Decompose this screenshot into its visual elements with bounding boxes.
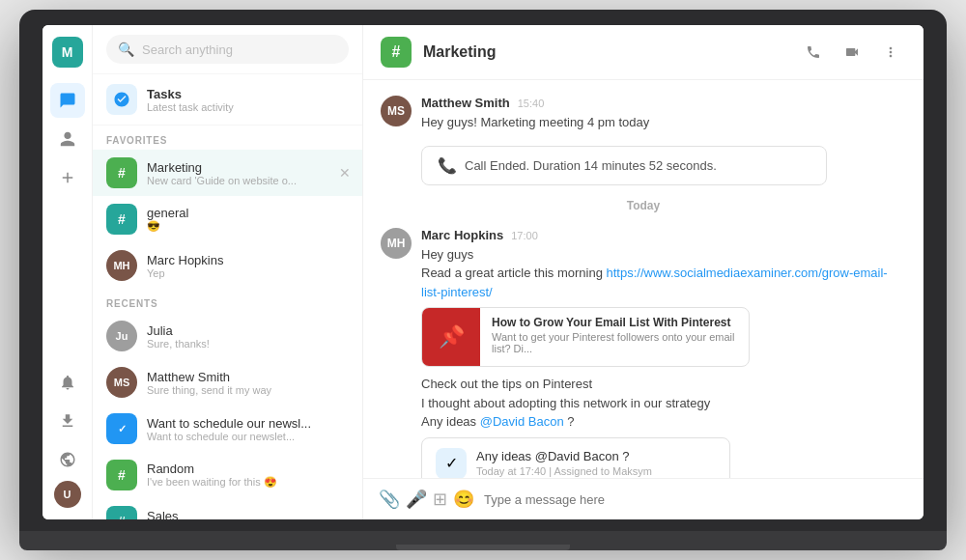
msg-text-marc-4: I thought about adopting this network in… [421, 394, 906, 413]
recent-newsletter[interactable]: ✓ Want to schedule our newsl... Want to … [93, 406, 362, 452]
call-button[interactable] [798, 37, 829, 68]
msg-text-marc-3: Check out the tips on Pinterest [421, 375, 906, 394]
sidebar-item-globe[interactable] [50, 442, 85, 477]
channel-avatar-marketing: # [106, 157, 137, 188]
recent-julia[interactable]: Ju Julia Sure, thanks! [93, 313, 362, 359]
favorite-sub: 😎 [147, 220, 188, 233]
link-preview-image: 📌 [422, 308, 480, 366]
close-marketing[interactable]: ✕ [339, 165, 351, 181]
sidebar-icons: M U [43, 25, 93, 519]
chat-input-area: 📎 🎤 ⊞ 😊 [363, 478, 923, 519]
channel-avatar-general: # [106, 204, 137, 235]
sidebar-item-add[interactable] [50, 160, 85, 195]
call-ended-text: Call Ended. Duration 14 minutes 52 secon… [465, 158, 717, 173]
msg-content-matthew: Matthew Smith 15:40 Hey guys! Marketing … [421, 96, 649, 132]
recent-sales[interactable]: # Sales emma [93, 498, 362, 519]
msg-text-marc-2: Read a great article this morning https:… [421, 264, 906, 301]
search-icon: 🔍 [118, 42, 134, 57]
task-icon-newsletter: ✓ [106, 413, 137, 444]
emoji-button[interactable]: 😊 [453, 489, 474, 510]
left-panel: 🔍 Search anything Tasks Latest task acti… [93, 25, 363, 519]
favorite-name: Marketing [147, 160, 297, 175]
chat-header: # Marketing [363, 25, 923, 80]
user-avatar[interactable]: M [52, 37, 83, 68]
mic-button[interactable]: 🎤 [406, 489, 427, 510]
sidebar-item-chat[interactable] [50, 83, 85, 118]
recent-sub: Want to schedule our newslet... [147, 431, 311, 442]
favorite-name: general [147, 206, 188, 220]
msg-header-marc: Marc Hopkins 17:00 [421, 228, 906, 242]
attach-button[interactable]: 📎 [379, 489, 400, 510]
recents-label: RECENTS [93, 289, 362, 313]
recent-random[interactable]: # Random I've been waiting for this 😍 [93, 452, 362, 498]
more-options-button[interactable] [875, 37, 906, 68]
tasks-text: Tasks Latest task activity [147, 87, 234, 113]
recent-sub: Sure, thanks! [147, 338, 210, 350]
favorite-marc-hopkins[interactable]: MH Marc Hopkins Yep [93, 242, 362, 289]
input-action-buttons: 📎 🎤 ⊞ 😊 [379, 489, 474, 510]
task-card-icon: ✓ [436, 448, 467, 479]
recent-name: Matthew Smith [147, 370, 271, 384]
mention-david[interactable]: @David Bacon [480, 414, 564, 429]
msg-text-marc-1: Hey guys [421, 245, 906, 265]
favorite-marketing[interactable]: # Marketing New card 'Guide on website o… [93, 150, 362, 196]
recent-sub: Sure thing, send it my way [147, 384, 271, 396]
favorites-label: FAVORITES [93, 126, 362, 150]
search-input-placeholder[interactable]: Search anything [142, 42, 233, 57]
chat-panel: # Marketing [363, 25, 923, 519]
tasks-row[interactable]: Tasks Latest task activity [93, 74, 362, 126]
article-link[interactable]: https://www.socialmediaexaminer.com/grow… [421, 266, 888, 299]
favorite-general-info: general 😎 [147, 206, 188, 233]
person-avatar-julia: Ju [106, 321, 137, 351]
channel-icon: # [381, 37, 412, 68]
channel-avatar-random: # [106, 460, 137, 490]
call-ended-notice: 📞 Call Ended. Duration 14 minutes 52 sec… [421, 146, 827, 185]
msg-text-marc-5: Any ideas @David Bacon ? [421, 412, 906, 432]
tasks-icon [106, 84, 137, 115]
channel-avatar-sales: # [106, 506, 137, 519]
favorite-marketing-info: Marketing New card 'Guide on website o..… [147, 160, 297, 186]
sidebar-item-notifications[interactable] [50, 365, 85, 400]
msg-content-marc: Marc Hopkins 17:00 Hey guys Read a great… [421, 228, 906, 479]
msg-sender: Matthew Smith [421, 96, 510, 110]
task-card-title: Any ideas @David Bacon ? [476, 449, 652, 463]
sidebar-item-download[interactable] [50, 404, 85, 438]
recent-matthew[interactable]: MS Matthew Smith Sure thing, send it my … [93, 359, 362, 406]
link-preview-content: How to Grow Your Email List With Pintere… [480, 308, 749, 366]
call-ended-icon: 📞 [438, 156, 457, 175]
task-card-sub: Today at 17:40 | Assigned to Maksym [476, 465, 652, 477]
day-divider: Today [381, 199, 906, 212]
favorite-name: Marc Hopkins [147, 253, 223, 267]
task-card[interactable]: ✓ Any ideas @David Bacon ? Today at 17:4… [421, 437, 730, 479]
channel-name: Marketing [423, 43, 786, 61]
recent-name: Want to schedule our newsl... [147, 416, 311, 431]
search-input-wrap[interactable]: 🔍 Search anything [106, 35, 349, 64]
msg-time: 15:40 [518, 98, 545, 109]
msg-avatar-marc: MH [381, 228, 412, 259]
msg-avatar-matthew: MS [381, 96, 412, 126]
message-input[interactable] [484, 492, 908, 507]
video-button[interactable] [837, 37, 867, 68]
recent-random-info: Random I've been waiting for this 😍 [147, 462, 277, 489]
favorite-marc-info: Marc Hopkins Yep [147, 253, 223, 279]
link-preview-sub: Want to get your Pinterest followers ont… [492, 331, 737, 354]
sidebar-item-contacts[interactable] [50, 122, 85, 156]
person-avatar-matthew: MS [106, 367, 137, 398]
bottom-user-avatar[interactable]: U [54, 481, 81, 508]
laptop-base [19, 531, 947, 550]
tasks-subtitle: Latest task activity [147, 101, 234, 113]
recent-name: Julia [147, 323, 210, 338]
favorite-general[interactable]: # general 😎 [93, 196, 362, 242]
recent-matthew-info: Matthew Smith Sure thing, send it my way [147, 370, 271, 396]
person-avatar-marc: MH [106, 250, 137, 281]
link-preview: 📌 How to Grow Your Email List With Pinte… [421, 307, 750, 367]
search-bar: 🔍 Search anything [93, 25, 362, 74]
tasks-title: Tasks [147, 87, 234, 101]
recent-julia-info: Julia Sure, thanks! [147, 323, 210, 350]
message-marc: MH Marc Hopkins 17:00 Hey guys Read a gr… [381, 228, 906, 479]
task-card-info: Any ideas @David Bacon ? Today at 17:40 … [476, 449, 652, 477]
favorite-sub: Yep [147, 267, 223, 279]
recent-newsletter-info: Want to schedule our newsl... Want to sc… [147, 416, 311, 442]
grid-button[interactable]: ⊞ [433, 489, 447, 510]
msg-time-marc: 17:00 [511, 230, 538, 241]
